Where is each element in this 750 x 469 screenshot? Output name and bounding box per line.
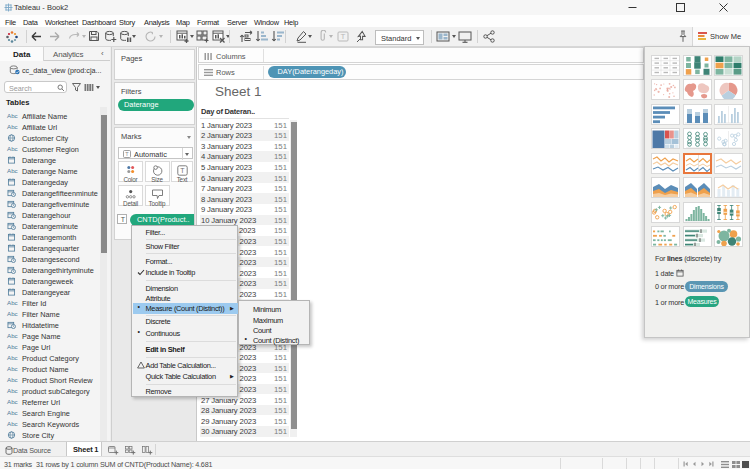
svg-text:T: T <box>341 32 346 41</box>
svg-text:T: T <box>180 167 185 174</box>
svg-text:T: T <box>125 151 129 157</box>
